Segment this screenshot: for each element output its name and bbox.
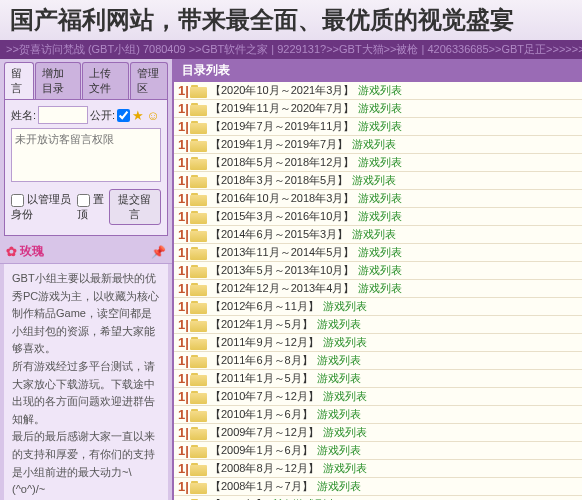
- item-link[interactable]: 游戏列表: [317, 443, 361, 458]
- list-item[interactable]: 1|【2011年1月～5月】游戏列表: [174, 370, 582, 388]
- item-number-icon: 1|: [178, 407, 190, 422]
- tab-upload[interactable]: 上传文件: [82, 62, 128, 99]
- name-input[interactable]: [38, 106, 88, 124]
- directory-list-title: 目录列表: [174, 59, 582, 82]
- item-link[interactable]: 游戏列表: [323, 299, 367, 314]
- list-item[interactable]: 1|【2016年10月～2018年3月】游戏列表: [174, 190, 582, 208]
- item-link[interactable]: 游戏列表: [317, 353, 361, 368]
- star-icon[interactable]: ★: [132, 108, 144, 123]
- header-title: 国产福利网站，带来最全面、最优质的视觉盛宴: [10, 6, 514, 33]
- item-text: 【2013年5月～2013年10月】: [210, 263, 354, 278]
- item-number-icon: 1|: [178, 119, 190, 134]
- item-link[interactable]: 游戏列表: [358, 245, 402, 260]
- pushpin-icon: 📌: [151, 245, 166, 259]
- item-link[interactable]: 游戏列表: [358, 191, 402, 206]
- list-item[interactable]: 1|【2018年5月～2018年12月】游戏列表: [174, 154, 582, 172]
- item-text: 【2014年6月～2015年3月】: [210, 227, 348, 242]
- smiley-icon[interactable]: ☺: [146, 108, 159, 123]
- item-link[interactable]: 游戏列表: [352, 173, 396, 188]
- tab-admin[interactable]: 管理区: [130, 62, 168, 99]
- item-link[interactable]: 游戏列表: [358, 101, 402, 116]
- tab-message[interactable]: 留言: [4, 62, 34, 99]
- item-link[interactable]: 游戏列表: [358, 119, 402, 134]
- directory-list: 1|【2020年10月～2021年3月】游戏列表1|【2019年11月～2020…: [174, 82, 582, 500]
- folder-icon: [190, 318, 208, 332]
- item-number-icon: 1|: [178, 371, 190, 386]
- list-item[interactable]: 1|【2008年8月～12月】游戏列表: [174, 460, 582, 478]
- item-link[interactable]: 游戏列表: [352, 137, 396, 152]
- list-item[interactable]: 1|【2009年1月～6月】游戏列表: [174, 442, 582, 460]
- item-text: 【2010年1月～6月】: [210, 407, 313, 422]
- item-link[interactable]: 游戏列表: [317, 479, 361, 494]
- public-label: 公开:: [90, 108, 115, 123]
- item-link[interactable]: 游戏列表: [317, 317, 361, 332]
- item-link[interactable]: 游戏列表: [358, 263, 402, 278]
- item-link[interactable]: 游戏列表: [358, 281, 402, 296]
- submit-button[interactable]: 提交留言: [109, 189, 161, 225]
- list-item[interactable]: 1|【2010年1月～6月】游戏列表: [174, 406, 582, 424]
- item-number-icon: 1|: [178, 317, 190, 332]
- folder-icon: [190, 138, 208, 152]
- pin-label[interactable]: 置顶: [77, 192, 107, 222]
- list-item[interactable]: 1|【2012年6月～11月】游戏列表: [174, 298, 582, 316]
- list-item[interactable]: 1|【2012年12月～2013年4月】游戏列表: [174, 280, 582, 298]
- folder-icon: [190, 462, 208, 476]
- list-item[interactable]: 1|【2015年3月～2016年10月】游戏列表: [174, 208, 582, 226]
- list-item[interactable]: 1|【2012年1月～5月】游戏列表: [174, 316, 582, 334]
- item-text: 【2012年12月～2013年4月】: [210, 281, 354, 296]
- item-number-icon: 1|: [178, 101, 190, 116]
- list-item[interactable]: 1|【2010年7月～12月】游戏列表: [174, 388, 582, 406]
- item-text: 【2018年3月～2018年5月】: [210, 173, 348, 188]
- item-link[interactable]: 游戏列表: [358, 155, 402, 170]
- list-item[interactable]: 1|【2019年1月～2019年7月】游戏列表: [174, 136, 582, 154]
- list-item[interactable]: 1|【2018年3月～2018年5月】游戏列表: [174, 172, 582, 190]
- item-text: 【2019年7月～2019年11月】: [210, 119, 354, 134]
- item-link[interactable]: 游戏列表: [323, 461, 367, 476]
- list-item[interactable]: 1|【2007年】所有游戏列表2: [174, 496, 582, 500]
- admin-identity-label[interactable]: 以管理员身份: [11, 192, 75, 222]
- folder-icon: [190, 480, 208, 494]
- item-number-icon: 1|: [178, 83, 190, 98]
- post-title-bar: ✿ 玫瑰 📌: [0, 240, 172, 264]
- item-text: 【2008年1月～7月】: [210, 479, 313, 494]
- folder-icon: [190, 300, 208, 314]
- item-link[interactable]: 游戏列表: [358, 209, 402, 224]
- pin-checkbox[interactable]: [77, 194, 90, 207]
- item-number-icon: 1|: [178, 443, 190, 458]
- folder-icon: [190, 408, 208, 422]
- message-form-panel: 姓名: 公开: ★ ☺ 以管理员身份 置顶 提交留言: [4, 99, 168, 236]
- item-text: 【2008年8月～12月】: [210, 461, 319, 476]
- item-number-icon: 1|: [178, 425, 190, 440]
- item-link[interactable]: 游戏列表: [317, 407, 361, 422]
- tab-add-dir[interactable]: 增加目录: [35, 62, 81, 99]
- item-link[interactable]: 游戏列表: [323, 425, 367, 440]
- list-item[interactable]: 1|【2008年1月～7月】游戏列表: [174, 478, 582, 496]
- item-number-icon: 1|: [178, 263, 190, 278]
- item-link[interactable]: 游戏列表: [352, 227, 396, 242]
- item-link[interactable]: 游戏列表: [323, 389, 367, 404]
- item-number-icon: 1|: [178, 209, 190, 224]
- list-item[interactable]: 1|【2011年6月～8月】游戏列表: [174, 352, 582, 370]
- message-textarea[interactable]: [11, 128, 161, 182]
- folder-icon: [190, 336, 208, 350]
- folder-icon: [190, 426, 208, 440]
- item-text: 【2011年6月～8月】: [210, 353, 313, 368]
- list-item[interactable]: 1|【2014年6月～2015年3月】游戏列表: [174, 226, 582, 244]
- item-link[interactable]: 游戏列表: [317, 371, 361, 386]
- list-item[interactable]: 1|【2013年5月～2013年10月】游戏列表: [174, 262, 582, 280]
- list-item[interactable]: 1|【2013年11月～2014年5月】游戏列表: [174, 244, 582, 262]
- list-item[interactable]: 1|【2011年9月～12月】游戏列表: [174, 334, 582, 352]
- list-item[interactable]: 1|【2019年11月～2020年7月】游戏列表: [174, 100, 582, 118]
- item-text: 【2020年10月～2021年3月】: [210, 83, 354, 98]
- item-text: 【2019年11月～2020年7月】: [210, 101, 354, 116]
- name-label: 姓名:: [11, 108, 36, 123]
- item-link[interactable]: 游戏列表: [358, 83, 402, 98]
- public-checkbox[interactable]: [117, 109, 130, 122]
- item-link[interactable]: 游戏列表: [323, 335, 367, 350]
- list-item[interactable]: 1|【2020年10月～2021年3月】游戏列表: [174, 82, 582, 100]
- item-text: 【2012年6月～11月】: [210, 299, 319, 314]
- item-number-icon: 1|: [178, 461, 190, 476]
- admin-checkbox[interactable]: [11, 194, 24, 207]
- list-item[interactable]: 1|【2019年7月～2019年11月】游戏列表: [174, 118, 582, 136]
- list-item[interactable]: 1|【2009年7月～12月】游戏列表: [174, 424, 582, 442]
